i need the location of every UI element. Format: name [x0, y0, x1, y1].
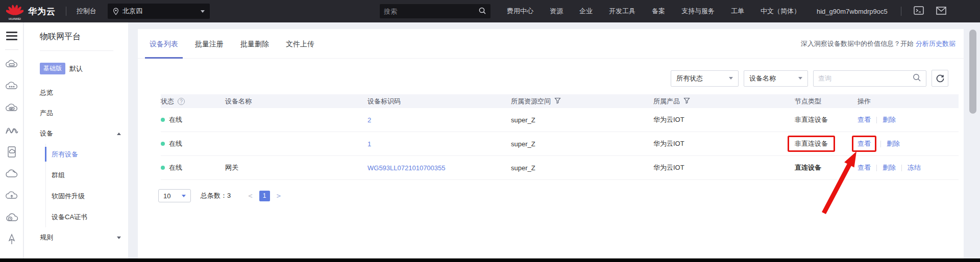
chevron-down-icon	[729, 77, 733, 80]
tab-batch-delete[interactable]: 批量删除	[236, 29, 274, 59]
cloud-dots-icon[interactable]	[0, 75, 23, 97]
nav-enterprise[interactable]: 企业	[579, 7, 593, 16]
node-type-cell: 非直连设备	[795, 115, 857, 124]
huawei-cloud-console: HUAWEI 华为云 控制台 北京四 费用中心 资源 企业 开发工具	[0, 0, 980, 262]
top-navbar: HUAWEI 华为云 控制台 北京四 费用中心 资源 企业 开发工具	[0, 0, 980, 22]
tab-batch-register[interactable]: 批量注册	[190, 29, 228, 59]
edition-badge: 基础版	[40, 63, 65, 74]
delete-link[interactable]: 删除	[887, 139, 900, 148]
menu-icon[interactable]	[6, 30, 17, 42]
sidebar-item-overview[interactable]: 总览	[24, 83, 128, 103]
console-link[interactable]: 控制台	[77, 7, 96, 16]
edition-default-label: 默认	[69, 64, 83, 73]
delete-link[interactable]: 删除	[883, 115, 896, 124]
device-table: 状态 ? 设备名称 设备标识码 所属资源空间 所属产品 节点类型 操作 在线	[161, 94, 959, 180]
online-status-dot	[161, 118, 165, 122]
terminal-icon[interactable]	[914, 6, 924, 16]
filter-toolbar: 所有状态 设备名称	[671, 70, 948, 87]
table-row: 在线 2 super_Z 华为云IOT 非直连设备 查看 删除	[161, 108, 959, 132]
col-resource-space: 所属资源空间	[511, 97, 653, 106]
filter-funnel-icon[interactable]	[683, 97, 690, 106]
next-page-button[interactable]: >	[277, 192, 281, 200]
status-cell: 在线	[161, 115, 225, 124]
sidebar-menu: 总览 产品 设备 所有设备 群组 软固件升级 设备CA证书 规则	[24, 83, 128, 248]
analyze-history-link[interactable]: 分析历史数据	[916, 39, 955, 48]
device-id-link[interactable]: 2	[368, 116, 371, 124]
view-link[interactable]: 查看	[857, 115, 871, 124]
anchor-icon[interactable]	[0, 228, 23, 250]
filter-funnel-icon[interactable]	[554, 97, 561, 106]
nav-ticket[interactable]: 工单	[731, 7, 744, 16]
col-actions: 操作	[857, 97, 959, 106]
query-input[interactable]	[818, 74, 912, 82]
search-icon[interactable]	[912, 73, 921, 84]
nav-dev-tools[interactable]: 开发工具	[609, 7, 635, 16]
region-selector[interactable]: 北京四	[108, 4, 210, 19]
edition-row: 基础版 默认	[40, 63, 128, 74]
status-cell: 在线	[161, 139, 225, 148]
mail-icon[interactable]	[936, 7, 946, 16]
brand-name[interactable]: 华为云	[28, 6, 56, 17]
tab-file-upload[interactable]: 文件上传	[281, 29, 319, 59]
global-search-input[interactable]	[384, 8, 478, 15]
rail-divider	[5, 49, 18, 50]
total-count-label: 总条数：3	[201, 191, 231, 200]
device-id-link[interactable]: 1	[368, 140, 371, 148]
help-icon[interactable]: ?	[178, 98, 185, 105]
freeze-link[interactable]: 冻结	[908, 163, 921, 172]
devices-submenu: 所有设备 群组 软固件升级 设备CA证书	[45, 144, 128, 227]
nav-support-service[interactable]: 支持与服务	[681, 7, 715, 16]
view-link[interactable]: 查看	[857, 163, 871, 172]
sidebar-item-firmware-upgrade[interactable]: 软固件升级	[46, 186, 128, 206]
service-icon-rail	[0, 22, 23, 258]
iot-sidebar: 物联网平台 基础版 默认 总览 产品 设备 所有设备 群组 软固件升级 设备CA…	[24, 22, 128, 258]
sidebar-item-rules[interactable]: 规则	[24, 227, 128, 248]
device-card-icon[interactable]	[0, 141, 23, 163]
search-field-select[interactable]: 设备名称	[744, 70, 808, 87]
chevron-down-icon	[798, 77, 802, 80]
table-row: 在线 1 super_Z 华为云IOT 非直连设备 查看 删除	[161, 132, 959, 156]
sidebar-item-device-ca-cert[interactable]: 设备CA证书	[46, 206, 128, 227]
wave-icon[interactable]	[0, 119, 23, 141]
resource-space-cell: super_Z	[511, 116, 653, 124]
cloud-icon[interactable]	[0, 163, 23, 185]
insight-text: 深入洞察设备数据中的价值信息？开始	[801, 39, 914, 48]
product-cell: 华为云IOT	[653, 139, 795, 148]
status-cell: 在线	[161, 163, 225, 172]
cloud-list-icon[interactable]	[0, 97, 23, 119]
annotation-red-box: 非直连设备	[788, 136, 835, 152]
nav-billing-center[interactable]: 费用中心	[507, 7, 533, 16]
status-filter-select[interactable]: 所有状态	[671, 70, 739, 87]
resource-space-cell: super_Z	[511, 164, 653, 172]
device-id-link[interactable]: WG593LL0721010700355	[368, 164, 446, 172]
nav-account-id[interactable]: hid_g90m7wbmdrp9oc5	[817, 8, 888, 15]
page-size-select[interactable]: 10	[158, 189, 191, 202]
cloud-upload-icon[interactable]	[0, 185, 23, 206]
prev-page-button[interactable]: <	[248, 192, 252, 200]
sidebar-item-devices[interactable]: 设备	[24, 123, 128, 144]
product-cell: 华为云IOT	[653, 115, 795, 124]
col-node-type: 节点类型	[795, 97, 857, 106]
cloud-clock-icon[interactable]	[0, 206, 23, 228]
huawei-logo-icon[interactable]: HUAWEI	[6, 3, 23, 21]
delete-link[interactable]: 删除	[883, 163, 896, 172]
view-link[interactable]: 查看	[857, 140, 871, 147]
pagination: 10 总条数：3 < 1 >	[158, 189, 281, 202]
col-product: 所属产品	[653, 97, 795, 106]
sidebar-item-products[interactable]: 产品	[24, 103, 128, 123]
vertical-scrollbar-track[interactable]	[964, 22, 980, 258]
actions-cell: 查看 删除 冻结	[857, 163, 959, 172]
cloud-server-icon[interactable]	[0, 53, 23, 75]
nav-icp-filing[interactable]: 备案	[652, 7, 665, 16]
col-status: 状态 ?	[161, 97, 225, 106]
sidebar-item-all-devices[interactable]: 所有设备	[46, 144, 128, 165]
tab-device-list[interactable]: 设备列表	[145, 29, 183, 59]
nav-resources[interactable]: 资源	[550, 7, 563, 16]
search-icon[interactable]	[478, 7, 486, 16]
nav-language[interactable]: 中文（简体）	[761, 7, 800, 16]
vertical-scrollbar-thumb[interactable]	[969, 30, 976, 114]
refresh-button[interactable]	[932, 70, 948, 87]
current-page-button[interactable]: 1	[259, 191, 270, 201]
sidebar-item-groups[interactable]: 群组	[46, 165, 128, 186]
table-header: 状态 ? 设备名称 设备标识码 所属资源空间 所属产品 节点类型 操作	[161, 94, 959, 108]
